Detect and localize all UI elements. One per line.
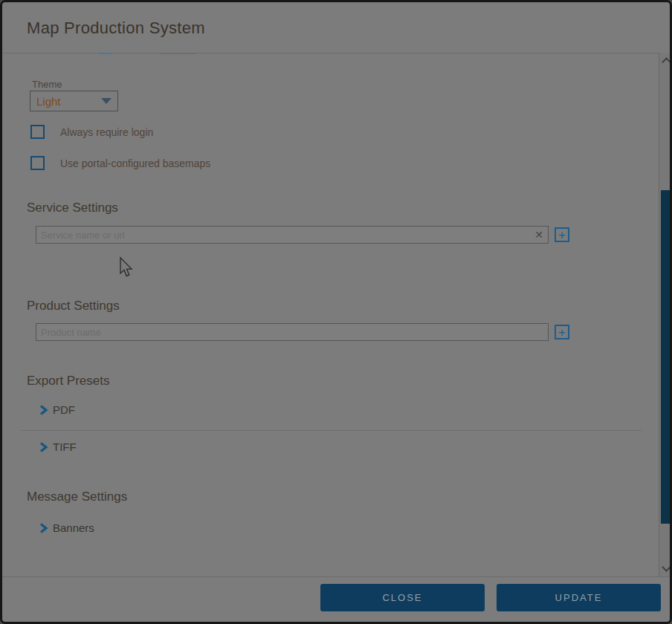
service-settings-heading: Service Settings bbox=[27, 201, 118, 215]
vertical-scrollbar[interactable] bbox=[659, 53, 672, 576]
chevron-down-icon bbox=[101, 98, 112, 104]
use-portal-basemaps-checkbox[interactable] bbox=[30, 156, 45, 170]
export-preset-label: PDF bbox=[53, 403, 75, 416]
theme-select[interactable]: Light bbox=[30, 91, 118, 111]
export-presets-heading: Export Presets bbox=[27, 374, 110, 389]
product-name-input[interactable] bbox=[36, 324, 548, 340]
product-name-field bbox=[36, 323, 549, 341]
message-setting-label: Banners bbox=[53, 521, 94, 534]
plus-icon: + bbox=[558, 228, 566, 242]
chevron-right-icon bbox=[39, 441, 48, 453]
chevron-right-icon bbox=[39, 404, 48, 416]
chevron-right-icon bbox=[39, 522, 48, 534]
checkbox-label: Always require login bbox=[60, 126, 153, 138]
scrollbar-thumb[interactable] bbox=[661, 190, 672, 524]
always-require-login-checkbox[interactable] bbox=[30, 125, 45, 139]
banners-expander[interactable]: Banners bbox=[39, 521, 94, 534]
export-preset-tiff-expander[interactable]: TIFF bbox=[39, 441, 77, 453]
close-button[interactable]: CLOSE bbox=[320, 584, 485, 611]
dialog-title: Map Production System bbox=[27, 19, 205, 38]
mouse-cursor-icon bbox=[117, 256, 134, 279]
checkbox-label: Use portal-configured basemaps bbox=[60, 157, 210, 169]
theme-selected-value: Light bbox=[36, 95, 61, 108]
scroll-down-arrow-icon[interactable] bbox=[662, 562, 671, 572]
plus-icon: + bbox=[558, 325, 566, 339]
product-settings-heading: Product Settings bbox=[27, 299, 120, 313]
footer-divider bbox=[2, 576, 670, 577]
add-service-button[interactable]: + bbox=[555, 227, 569, 242]
add-product-button[interactable]: + bbox=[555, 325, 569, 339]
clipped-element-fragment bbox=[99, 53, 112, 54]
checkbox-row: Always require login bbox=[30, 125, 153, 139]
service-name-field: ✕ bbox=[36, 226, 549, 244]
theme-label: Theme bbox=[32, 79, 62, 90]
message-settings-heading: Message Settings bbox=[27, 490, 127, 504]
divider bbox=[20, 430, 642, 431]
service-name-input[interactable] bbox=[36, 227, 530, 243]
clear-icon[interactable]: ✕ bbox=[530, 227, 548, 243]
map-production-system-dialog: Map Production System Theme Light Always… bbox=[0, 0, 672, 624]
update-button[interactable]: UPDATE bbox=[497, 584, 661, 611]
checkbox-row: Use portal-configured basemaps bbox=[30, 156, 210, 170]
export-preset-label: TIFF bbox=[53, 441, 77, 453]
scroll-up-arrow-icon[interactable] bbox=[662, 57, 671, 67]
export-preset-pdf-expander[interactable]: PDF bbox=[39, 403, 75, 416]
clipped-element-fragment bbox=[161, 53, 196, 54]
